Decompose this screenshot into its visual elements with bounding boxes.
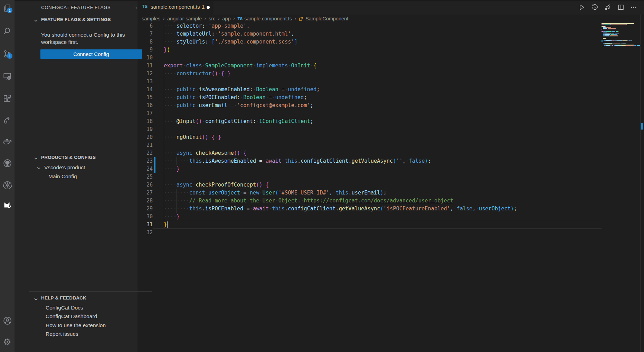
code-line[interactable]: 29········this.isPOCEnabled·=·await·this… (138, 205, 602, 213)
line-number[interactable]: 24 (138, 165, 153, 173)
split-editor-icon[interactable] (617, 3, 625, 11)
line-number[interactable]: 18 (138, 117, 153, 125)
code-line[interactable]: 26····async·checkProofOfConcept()·{ (138, 181, 602, 189)
line-number[interactable]: 32 (138, 229, 153, 237)
code-line[interactable]: 21 (138, 141, 602, 149)
run-icon[interactable] (578, 3, 586, 11)
line-number[interactable]: 13 (138, 78, 153, 86)
github-icon[interactable] (0, 155, 15, 171)
extensions-icon[interactable] (0, 90, 15, 107)
code-line[interactable]: 11export·class·SampleComponent·implement… (138, 62, 602, 70)
line-number[interactable]: 14 (138, 86, 153, 94)
tree-item-config[interactable]: Main Config (48, 173, 77, 180)
code-line[interactable]: 24····} (138, 165, 602, 173)
code-line[interactable]: 12····constructor()·{·} (138, 70, 602, 78)
code-line[interactable]: 30····} (138, 213, 602, 221)
connect-config-button[interactable]: Connect Config (40, 49, 142, 59)
swap-arrows-icon[interactable] (604, 3, 612, 11)
code-line[interactable]: 27········const·userObject·=·new·User('#… (138, 189, 602, 197)
line-number[interactable]: 6 (138, 23, 153, 30)
code-line[interactable]: 9}) (138, 46, 602, 54)
code-line[interactable]: 23········this.isAwesomeEnabled·=·await·… (138, 157, 602, 165)
search-icon[interactable] (0, 23, 15, 39)
tree-item-product[interactable]: Vscode's product (44, 164, 85, 171)
line-number[interactable]: 19 (138, 125, 153, 133)
minimap-line (614, 44, 620, 44)
code-text: ····} (164, 165, 180, 173)
breadcrumb-item[interactable]: app (222, 16, 230, 21)
code-line[interactable]: 20····ngOnInit()·{·} (138, 133, 602, 141)
line-number[interactable]: 21 (138, 141, 153, 149)
line-number[interactable]: 22 (138, 149, 153, 157)
code-line[interactable]: 22····async·checkAwesome()·{ (138, 149, 602, 157)
source-control-icon[interactable]: 1 (0, 46, 15, 62)
tab-sample-component[interactable]: TS sample.component.ts 1 (138, 0, 213, 15)
line-number[interactable]: 12 (138, 70, 153, 78)
section-header-products[interactable]: PRODUCTS & CONFIGS (41, 155, 96, 160)
minimap[interactable] (602, 23, 641, 56)
help-link[interactable]: Report issues (46, 331, 142, 340)
line-number[interactable]: 17 (138, 110, 153, 117)
line-number[interactable]: 30 (138, 213, 153, 221)
line-number[interactable]: 15 (138, 94, 153, 102)
code-line[interactable]: 16····public·userEmail·=·'configcat@exam… (138, 102, 602, 110)
line-number[interactable]: 25 (138, 173, 153, 181)
line-number[interactable]: 20 (138, 133, 153, 141)
code-line[interactable]: 18····@Input()·configCatClient:·IConfigC… (138, 117, 602, 125)
code-line[interactable]: 10 (138, 54, 602, 62)
breadcrumb-item[interactable]: angular-sample (167, 16, 202, 21)
dirty-indicator-icon[interactable] (207, 6, 210, 9)
line-number[interactable]: 10 (138, 54, 153, 62)
code-line[interactable]: 32 (138, 229, 602, 237)
minimap-line (606, 40, 612, 41)
section-header-help[interactable]: HELP & FEEDBACK (41, 295, 86, 301)
line-number[interactable]: 31 (138, 221, 153, 229)
docker-icon[interactable] (0, 133, 15, 150)
help-link[interactable]: ConfigCat Docs (46, 305, 142, 313)
configcat-icon[interactable] (0, 196, 15, 213)
settings-gear-icon[interactable]: ⚙ (0, 334, 15, 350)
code-text: }) (164, 46, 170, 54)
line-number[interactable]: 8 (138, 38, 153, 46)
line-number[interactable]: 9 (138, 46, 153, 54)
help-link[interactable]: How to use the extension (46, 322, 142, 331)
explorer-copy-icon[interactable]: 1 (0, 0, 15, 17)
code-line[interactable]: 7····templateUrl:·'sample.component.html… (138, 30, 602, 38)
line-number[interactable]: 11 (138, 62, 153, 70)
code-line[interactable]: 13 (138, 78, 602, 86)
code-line[interactable]: 17 (138, 110, 602, 117)
code-line[interactable]: 31} (138, 221, 602, 229)
code-line[interactable]: 25 (138, 173, 602, 181)
accounts-icon[interactable] (0, 312, 15, 329)
line-number[interactable]: 29 (138, 205, 153, 213)
chevron-down-icon (34, 156, 38, 162)
code-line[interactable]: 14····public·isAwesomeEnabled:·Boolean·=… (138, 86, 602, 94)
line-number[interactable]: 27 (138, 189, 153, 197)
code-text: ····templateUrl:·'sample.component.html'… (164, 30, 294, 38)
line-number[interactable]: 23 (138, 157, 153, 165)
code-editor[interactable]: 6····selector:·'app-sample',7····templat… (138, 23, 602, 352)
code-line[interactable]: 6····selector:·'app-sample', (138, 23, 602, 30)
code-line[interactable]: 28········//·Read·more·about·the·User·Ob… (138, 197, 602, 205)
line-number[interactable]: 26 (138, 181, 153, 189)
more-actions-icon[interactable] (630, 3, 637, 11)
timeline-icon[interactable] (591, 3, 599, 11)
line-number[interactable]: 28 (138, 197, 153, 205)
code-line[interactable]: 15····public·isPOCEnabled:·Boolean·=·und… (138, 94, 602, 102)
help-link[interactable]: ConfigCat Dashboard (46, 313, 142, 322)
section-header-feature-flags[interactable]: FEATURE FLAGS & SETTINGS (41, 17, 111, 22)
code-text: ········//·Read·more·about·the·User·Obje… (164, 197, 453, 205)
breadcrumb-item[interactable]: samples (142, 16, 160, 21)
breadcrumb-item[interactable]: src (209, 16, 215, 21)
code-line[interactable]: 8····styleUrls:·['./sample.component.scs… (138, 38, 602, 46)
indent-guide (164, 173, 164, 181)
minimap-line (604, 24, 610, 25)
code-line[interactable]: 19 (138, 125, 602, 133)
breadcrumb-item[interactable]: sample.component.ts (244, 16, 292, 21)
remote-explorer-icon[interactable] (0, 68, 15, 85)
line-number[interactable]: 7 (138, 30, 153, 38)
live-share-icon[interactable] (0, 112, 15, 129)
kubernetes-icon[interactable] (0, 177, 15, 193)
breadcrumb-item[interactable]: SampleComponent (305, 16, 348, 21)
line-number[interactable]: 16 (138, 102, 153, 110)
